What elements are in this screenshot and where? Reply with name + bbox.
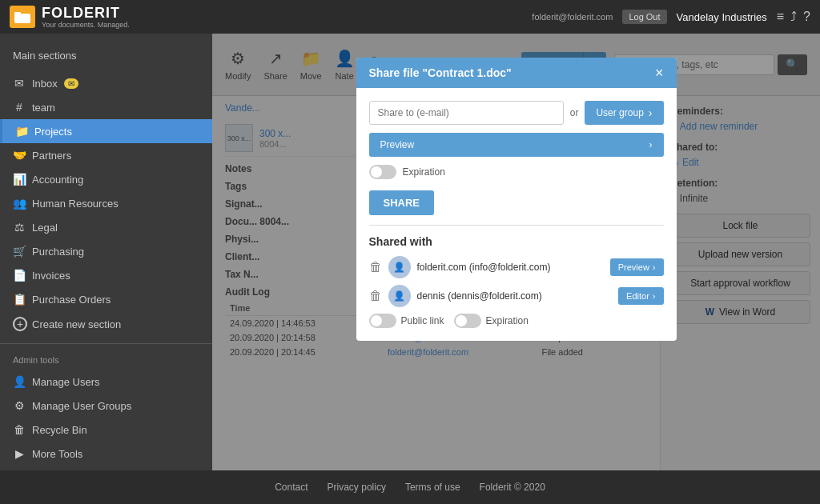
sidebar-item-label: More Tools bbox=[32, 448, 82, 460]
perm-label: Preview bbox=[618, 262, 649, 272]
help-icon[interactable]: ? bbox=[803, 10, 810, 24]
or-text: or bbox=[570, 107, 579, 118]
sidebar-item-recycle-bin[interactable]: 🗑 Recycle Bin bbox=[0, 418, 212, 442]
expiration-row: Expiration bbox=[369, 165, 664, 179]
delete-user-icon[interactable]: 🗑 bbox=[369, 260, 382, 274]
po-icon: 📋 bbox=[13, 293, 26, 306]
user-group-label: User group bbox=[596, 107, 643, 118]
sidebar-item-hr[interactable]: 👥 Human Resources bbox=[0, 191, 212, 215]
user-group-button[interactable]: User group › bbox=[585, 101, 663, 125]
sidebar-item-label: Human Resources bbox=[32, 198, 119, 210]
header: FOLDERIT Your documents. Managed. folder… bbox=[0, 0, 820, 34]
public-link-toggle[interactable] bbox=[369, 314, 396, 328]
content-area: ⚙ Modify ↗ Share 📁 Move 👤 Nate ⬇ bbox=[212, 34, 820, 470]
public-link-label: Public link bbox=[401, 315, 444, 326]
user-permission-button[interactable]: Preview › bbox=[610, 258, 664, 276]
footer-contact[interactable]: Contact bbox=[275, 470, 308, 504]
user-email: folderit.com (info@folderit.com) bbox=[417, 262, 604, 273]
sidebar-item-partners[interactable]: 🤝 Partners bbox=[0, 143, 212, 167]
shared-with-title: Shared with bbox=[369, 235, 664, 248]
permission-arrow-icon: › bbox=[649, 139, 653, 150]
share-icon[interactable]: ⤴ bbox=[790, 10, 797, 24]
modal-divider bbox=[369, 225, 664, 226]
company-name: Vandelay Industries bbox=[677, 11, 767, 23]
expiration-label: Expiration bbox=[403, 166, 445, 178]
toggle-thumb bbox=[371, 315, 382, 326]
sidebar-item-label: Manage User Groups bbox=[32, 400, 131, 412]
share-submit-button[interactable]: SHARE bbox=[369, 190, 435, 215]
inbox-icon: ✉ bbox=[13, 77, 26, 90]
sidebar-item-label: Projects bbox=[34, 126, 72, 138]
team-icon: # bbox=[13, 101, 26, 114]
sidebar-title: Main sections bbox=[0, 43, 212, 71]
permission-button[interactable]: Preview › bbox=[369, 133, 664, 157]
sidebar-item-label: Purchase Orders bbox=[32, 294, 111, 306]
header-right: folderit@folderit.com Log Out Vandelay I… bbox=[532, 10, 810, 24]
sidebar-item-purchase-orders[interactable]: 📋 Purchase Orders bbox=[0, 287, 212, 311]
plus-icon: + bbox=[13, 317, 27, 331]
sidebar-item-manage-groups[interactable]: ⚙ Manage User Groups bbox=[0, 394, 212, 418]
sidebar-item-legal[interactable]: ⚖ Legal bbox=[0, 215, 212, 239]
modal-overlay: Share file "Contract 1.doc" × or User gr… bbox=[212, 34, 820, 470]
inbox-badge: ✉ bbox=[64, 78, 78, 89]
create-section-button[interactable]: + Create new section bbox=[0, 311, 212, 337]
modal-header: Share file "Contract 1.doc" × bbox=[356, 58, 677, 88]
projects-icon: 📁 bbox=[15, 125, 28, 138]
purchasing-icon: 🛒 bbox=[13, 245, 26, 258]
sidebar-item-invoices[interactable]: 📄 Invoices bbox=[0, 263, 212, 287]
sidebar-item-accounting[interactable]: 📊 Accounting bbox=[0, 167, 212, 191]
modal-close-button[interactable]: × bbox=[655, 66, 664, 80]
sidebar-item-more-tools[interactable]: ▶ More Tools bbox=[0, 442, 212, 466]
logo-sub: Your documents. Managed. bbox=[42, 22, 130, 29]
manage-groups-icon: ⚙ bbox=[13, 399, 26, 412]
delete-user-icon[interactable]: 🗑 bbox=[369, 289, 382, 303]
logo-area: FOLDERIT Your documents. Managed. bbox=[10, 5, 130, 29]
user-permission-button[interactable]: Editor › bbox=[618, 287, 663, 305]
menu-icon[interactable]: ≡ bbox=[777, 10, 784, 24]
sidebar-item-manage-users[interactable]: 👤 Manage Users bbox=[0, 370, 212, 394]
share-email-input[interactable] bbox=[369, 101, 564, 125]
public-expiration-toggle[interactable] bbox=[454, 314, 481, 328]
sidebar-item-label: team bbox=[32, 102, 55, 114]
sidebar: Main sections ✉ Inbox ✉ # team 📁 Project… bbox=[0, 34, 212, 470]
permission-label: Preview bbox=[380, 139, 415, 150]
recycle-bin-icon: 🗑 bbox=[13, 423, 26, 436]
hr-icon: 👥 bbox=[13, 197, 26, 210]
shared-user-row: 🗑 👤 dennis (dennis@folderit.com) Editor … bbox=[369, 285, 664, 307]
sidebar-item-label: Invoices bbox=[32, 270, 70, 282]
sidebar-item-projects[interactable]: 📁 Projects bbox=[0, 119, 212, 143]
sidebar-divider bbox=[0, 343, 212, 344]
more-tools-icon: ▶ bbox=[13, 447, 26, 460]
sidebar-item-label: Inbox bbox=[32, 78, 58, 90]
footer-privacy[interactable]: Privacy policy bbox=[328, 470, 386, 504]
sidebar-item-inbox[interactable]: ✉ Inbox ✉ bbox=[0, 71, 212, 95]
logout-button[interactable]: Log Out bbox=[622, 10, 666, 24]
permission-row: Preview › bbox=[369, 133, 664, 157]
logo-text: FOLDERIT bbox=[42, 5, 120, 21]
svg-rect-1 bbox=[14, 12, 21, 15]
sidebar-item-team[interactable]: # team bbox=[0, 95, 212, 119]
sidebar-item-label: Manage Users bbox=[32, 376, 100, 388]
admin-tools-title: Admin tools bbox=[0, 350, 212, 370]
sidebar-item-label: Accounting bbox=[32, 174, 83, 186]
sidebar-item-label: Partners bbox=[32, 150, 71, 162]
public-link-row: Public link Expiration bbox=[369, 314, 664, 328]
sidebar-item-label: Purchasing bbox=[32, 246, 84, 258]
sidebar-item-purchasing[interactable]: 🛒 Purchasing bbox=[0, 239, 212, 263]
site-link[interactable]: folderit@folderit.com bbox=[532, 12, 613, 22]
toggle-thumb bbox=[371, 166, 382, 178]
main-layout: Main sections ✉ Inbox ✉ # team 📁 Project… bbox=[0, 34, 820, 470]
perm-arrow-icon: › bbox=[653, 291, 656, 301]
share-input-row: or User group › bbox=[369, 101, 664, 125]
expiration-toggle[interactable] bbox=[369, 165, 396, 179]
perm-arrow-icon: › bbox=[653, 262, 656, 272]
user-avatar: 👤 bbox=[388, 285, 411, 307]
user-group-arrow-icon: › bbox=[649, 106, 653, 119]
toggle-thumb bbox=[456, 315, 467, 326]
footer-terms[interactable]: Terms of use bbox=[405, 470, 460, 504]
modal-title: Share file "Contract 1.doc" bbox=[369, 66, 512, 79]
share-modal: Share file "Contract 1.doc" × or User gr… bbox=[356, 58, 677, 341]
user-email: dennis (dennis@folderit.com) bbox=[417, 290, 613, 302]
invoices-icon: 📄 bbox=[13, 269, 26, 282]
legal-icon: ⚖ bbox=[13, 221, 26, 234]
